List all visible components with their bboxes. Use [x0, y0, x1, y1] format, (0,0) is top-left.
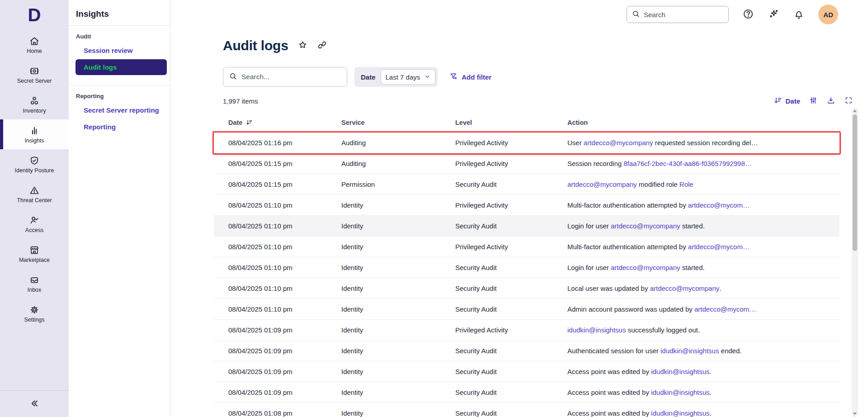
- cell-service: Permission: [341, 180, 455, 188]
- cell-action: artdecco@mycompany modified role Role: [567, 180, 840, 188]
- download-button[interactable]: [826, 96, 835, 106]
- rail-item-home[interactable]: Home: [0, 30, 69, 60]
- ai-assistant-button[interactable]: [768, 8, 779, 21]
- column-settings-button[interactable]: [809, 96, 818, 106]
- chevron-down-icon: [425, 73, 430, 81]
- rail-item-settings[interactable]: Settings: [0, 299, 69, 328]
- cell-action: Local user was updated by artdecco@mycom…: [567, 284, 840, 292]
- rail-item-inventory[interactable]: Inventory: [0, 90, 69, 119]
- scrollbar-thumb[interactable]: [853, 114, 857, 251]
- help-icon: [742, 8, 754, 21]
- sort-descending-icon: [774, 96, 783, 106]
- sidebar-item-audit-logs[interactable]: Audit logs: [75, 59, 167, 75]
- column-header-service[interactable]: Service: [341, 119, 455, 126]
- scrollbar-down-arrow[interactable]: [853, 412, 857, 415]
- table-row[interactable]: 08/04/2025 01:09 pmIdentitySecurity Audi…: [214, 361, 840, 382]
- fullscreen-button[interactable]: [844, 96, 853, 106]
- action-link[interactable]: idudkin@insightsus: [651, 389, 709, 396]
- action-link[interactable]: idudkin@insightsus: [567, 326, 626, 334]
- scrollbar-up-arrow[interactable]: [853, 109, 857, 112]
- table-row[interactable]: 08/04/2025 01:10 pmIdentitySecurity Audi…: [214, 216, 840, 237]
- action-text: Access point was edited by: [567, 368, 651, 375]
- notifications-button[interactable]: [793, 8, 805, 21]
- table-row[interactable]: 08/04/2025 01:10 pmIdentitySecurity Audi…: [214, 299, 840, 320]
- action-link[interactable]: idudkin@insightsus: [651, 368, 709, 375]
- page-content: Audit logs Date Last 7 days: [170, 35, 868, 417]
- sidebar-divider: [69, 25, 170, 26]
- help-button[interactable]: [742, 8, 754, 21]
- filter-plus-icon: [449, 72, 458, 82]
- cell-date: 08/04/2025 01:15 pm: [214, 180, 341, 188]
- rail-item-identity-posture[interactable]: Identity Posture: [0, 149, 69, 179]
- sidebar-collapse-button[interactable]: [0, 391, 69, 417]
- favorite-button[interactable]: [297, 40, 308, 52]
- sidebar-item-reporting[interactable]: Reporting: [75, 119, 167, 135]
- filter-row: Date Last 7 days Add filter: [223, 67, 840, 87]
- table-row[interactable]: 08/04/2025 01:09 pmIdentityPrivileged Ac…: [214, 320, 840, 341]
- table-row[interactable]: 08/04/2025 01:10 pmIdentityPrivileged Ac…: [214, 195, 840, 216]
- sidebar-item-session-review[interactable]: Session review: [75, 43, 167, 58]
- action-link[interactable]: artdecco@mycom…: [688, 201, 750, 209]
- table-row[interactable]: 08/04/2025 01:10 pmIdentitySecurity Audi…: [214, 278, 840, 299]
- action-link[interactable]: artdecco@mycom…: [694, 305, 756, 313]
- cell-service: Auditing: [341, 139, 455, 147]
- rail-item-insights[interactable]: Insights: [0, 119, 69, 149]
- table-scrollbar[interactable]: [852, 108, 858, 417]
- table-row[interactable]: 08/04/2025 01:10 pmIdentitySecurity Audi…: [214, 257, 840, 278]
- sidebar-section-label: Audit: [76, 33, 163, 40]
- access-icon: [29, 215, 40, 226]
- nav-rail-items: HomeSecret ServerInventoryInsightsIdenti…: [0, 30, 69, 328]
- table-row[interactable]: 08/04/2025 01:09 pmIdentitySecurity Audi…: [214, 382, 840, 403]
- column-header-date[interactable]: Date: [214, 118, 341, 126]
- sidebar-gap: [69, 76, 170, 81]
- rail-item-label: Inventory: [23, 108, 46, 114]
- table-search[interactable]: [223, 67, 347, 87]
- cell-level: Security Audit: [455, 284, 567, 292]
- rail-item-marketplace[interactable]: Marketplace: [0, 239, 69, 269]
- action-link[interactable]: artdecco@mycompany: [611, 222, 680, 230]
- rail-item-threat-center[interactable]: Threat Center: [0, 179, 69, 209]
- table-row[interactable]: 08/04/2025 01:16 pmAuditingPrivileged Ac…: [214, 133, 840, 153]
- title-row: Audit logs: [223, 35, 840, 56]
- table-row[interactable]: 08/04/2025 01:15 pmAuditingPrivileged Ac…: [214, 153, 840, 174]
- action-link[interactable]: Role: [679, 180, 693, 188]
- table-row[interactable]: 08/04/2025 01:15 pmPermissionSecurity Au…: [214, 174, 840, 195]
- rail-item-access[interactable]: Access: [0, 209, 69, 239]
- action-link[interactable]: artdecco@mycompany: [567, 180, 637, 188]
- table-row[interactable]: 08/04/2025 01:09 pmIdentitySecurity Audi…: [214, 341, 840, 361]
- action-link[interactable]: artdecco@mycompany: [611, 264, 680, 271]
- column-header-action[interactable]: Action: [567, 119, 840, 126]
- bell-icon: [793, 8, 805, 21]
- action-link[interactable]: idudkin@insightsus: [651, 409, 709, 417]
- global-search[interactable]: [627, 6, 729, 23]
- rail-item-secret-server[interactable]: Secret Server: [0, 60, 69, 90]
- cell-level: Security Audit: [455, 305, 567, 313]
- copy-link-button[interactable]: [317, 40, 327, 52]
- cell-date: 08/04/2025 01:09 pm: [214, 347, 341, 355]
- column-header-label: Service: [341, 119, 365, 126]
- column-header-level[interactable]: Level: [455, 119, 567, 126]
- sidebar-title: Insights: [76, 9, 163, 19]
- date-range-select[interactable]: Last 7 days: [381, 69, 436, 85]
- table-body: 08/04/2025 01:16 pmAuditingPrivileged Ac…: [214, 133, 840, 417]
- sort-by-date-button[interactable]: Date: [774, 96, 800, 106]
- user-avatar[interactable]: AD: [818, 5, 838, 24]
- action-link[interactable]: artdecco@mycom…: [688, 243, 750, 251]
- action-link[interactable]: 8faa76cf-2bec-430f-aa86-f03657992998…: [623, 160, 752, 167]
- action-link[interactable]: artdecco@mycompany: [650, 284, 720, 292]
- table-search-input[interactable]: [241, 73, 341, 81]
- cell-action: Login for user artdecco@mycompany starte…: [567, 222, 840, 230]
- global-search-input[interactable]: [644, 11, 724, 19]
- action-link[interactable]: artdecco@mycompany: [584, 139, 653, 147]
- cell-date: 08/04/2025 01:10 pm: [214, 201, 341, 209]
- sidebar-item-secret-server-reporting[interactable]: Secret Server reporting: [75, 102, 167, 118]
- action-text: Login for user: [567, 264, 611, 271]
- delinea-logo[interactable]: D: [0, 0, 69, 30]
- table-row[interactable]: 08/04/2025 01:08 pmIdentitySecurity Audi…: [214, 403, 840, 417]
- action-link[interactable]: idudkin@insightsus: [660, 347, 719, 355]
- rail-item-label: Settings: [24, 317, 44, 323]
- rail-item-inbox[interactable]: Inbox: [0, 269, 69, 299]
- cell-date: 08/04/2025 01:10 pm: [214, 284, 341, 292]
- table-row[interactable]: 08/04/2025 01:10 pmIdentityPrivileged Ac…: [214, 237, 840, 257]
- add-filter-button[interactable]: Add filter: [449, 72, 491, 82]
